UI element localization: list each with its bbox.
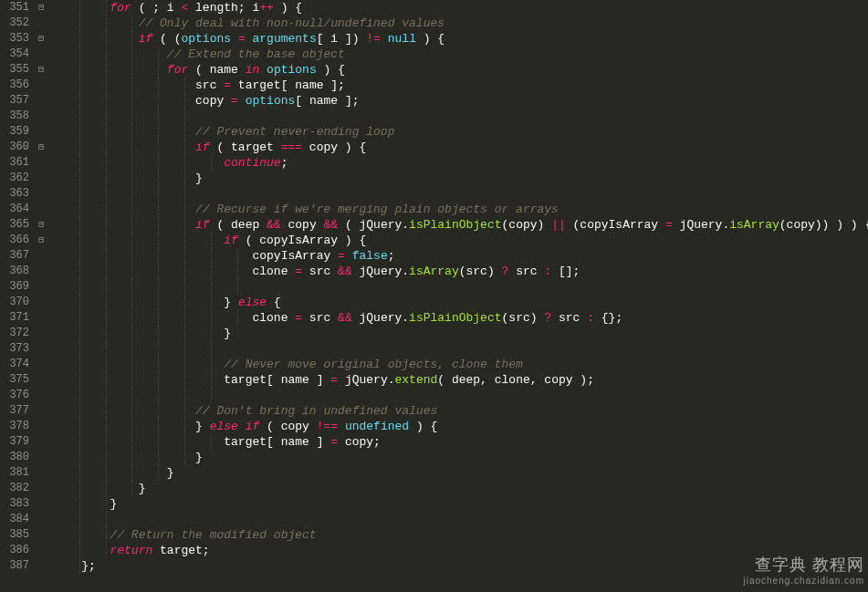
code-line[interactable]: }; xyxy=(53,558,868,574)
code-line[interactable]: src = target[ name ]; xyxy=(53,78,868,93)
indent-guide xyxy=(106,140,107,155)
code-line[interactable] xyxy=(53,109,868,124)
fold-gutter[interactable]: ⊟⊟⊟⊟⊟⊟ xyxy=(35,0,47,592)
line-number[interactable]: 375 xyxy=(0,372,29,388)
code-token: // Return the modified object xyxy=(110,528,316,542)
indent-guide xyxy=(106,512,107,527)
line-number[interactable]: 353 xyxy=(0,31,29,47)
line-number[interactable]: 376 xyxy=(0,388,29,403)
line-number[interactable]: 372 xyxy=(0,326,29,341)
line-number[interactable]: 359 xyxy=(0,124,29,140)
line-number[interactable]: 378 xyxy=(0,419,29,434)
code-line[interactable]: // Extend the base object xyxy=(53,47,868,62)
line-number[interactable]: 369 xyxy=(0,279,29,295)
line-number[interactable]: 377 xyxy=(0,403,29,419)
indent-guide xyxy=(131,341,132,357)
line-number[interactable]: 358 xyxy=(0,109,29,124)
line-number[interactable]: 361 xyxy=(0,155,29,171)
code-line[interactable]: clone = src && jQuery.isArray(src) ? src… xyxy=(53,264,868,279)
code-line[interactable]: // Prevent never-ending loop xyxy=(53,124,868,140)
code-line[interactable]: } xyxy=(53,496,868,512)
code-line[interactable]: if ( target === copy ) { xyxy=(53,140,868,155)
code-line[interactable]: } xyxy=(53,171,868,186)
indent-guide xyxy=(106,202,107,217)
line-number[interactable]: 368 xyxy=(0,264,29,279)
code-line[interactable]: } xyxy=(53,465,868,481)
line-number[interactable]: 383 xyxy=(0,496,29,512)
code-line[interactable] xyxy=(53,388,868,403)
code-line[interactable]: } xyxy=(53,450,868,465)
fold-toggle-icon[interactable]: ⊟ xyxy=(35,233,47,248)
code-line[interactable]: for ( ; i < length; i++ ) { xyxy=(53,0,868,16)
code-line[interactable]: if ( deep && copy && ( jQuery.isPlainObj… xyxy=(53,217,868,233)
line-number[interactable]: 373 xyxy=(0,341,29,357)
line-number[interactable]: 360 xyxy=(0,140,29,155)
fold-toggle-icon[interactable]: ⊟ xyxy=(35,31,47,47)
code-line[interactable]: // Never move original objects, clone th… xyxy=(53,357,868,372)
line-number[interactable]: 381 xyxy=(0,465,29,481)
line-number[interactable]: 380 xyxy=(0,450,29,465)
code-line[interactable]: // Return the modified object xyxy=(53,527,868,543)
code-line[interactable]: target[ name ] = copy; xyxy=(53,434,868,450)
line-number[interactable]: 370 xyxy=(0,295,29,310)
line-number[interactable]: 363 xyxy=(0,186,29,202)
indent-guide xyxy=(158,171,159,186)
indent-guide xyxy=(184,279,185,295)
line-number[interactable]: 387 xyxy=(0,558,29,574)
code-line[interactable]: } xyxy=(53,326,868,341)
line-number[interactable]: 364 xyxy=(0,202,29,217)
line-number[interactable]: 379 xyxy=(0,434,29,450)
code-line[interactable]: return target; xyxy=(53,543,868,558)
code-token: ( deep, clone, copy ); xyxy=(437,373,594,387)
code-line[interactable]: // Recurse if we're merging plain object… xyxy=(53,202,868,217)
line-number[interactable]: 365 xyxy=(0,217,29,233)
code-line[interactable]: for ( name in options ) { xyxy=(53,62,868,78)
code-line[interactable]: // Only deal with non-null/undefined val… xyxy=(53,16,868,31)
code-token: {}; xyxy=(594,311,622,325)
line-number[interactable]: 355 xyxy=(0,62,29,78)
code-line[interactable] xyxy=(53,279,868,295)
code-token: ) { xyxy=(317,63,345,77)
code-line[interactable]: continue; xyxy=(53,155,868,171)
line-number[interactable]: 385 xyxy=(0,527,29,543)
line-number[interactable]: 357 xyxy=(0,93,29,109)
line-number[interactable]: 354 xyxy=(0,47,29,62)
code-area[interactable]: for ( ; i < length; i++ ) { // Only deal… xyxy=(47,0,868,592)
code-line[interactable] xyxy=(53,186,868,202)
code-line[interactable]: // Don't bring in undefined values xyxy=(53,403,868,419)
code-line[interactable] xyxy=(53,341,868,357)
line-number[interactable]: 382 xyxy=(0,481,29,496)
code-line[interactable]: clone = src && jQuery.isPlainObject(src)… xyxy=(53,310,868,326)
code-token: // Only deal with non-null/undefined val… xyxy=(139,16,444,30)
code-editor[interactable]: 3513523533543553563573583593603613623633… xyxy=(0,0,868,592)
line-number[interactable]: 384 xyxy=(0,512,29,527)
code-line[interactable]: if ( copyIsArray ) { xyxy=(53,233,868,248)
line-number[interactable]: 352 xyxy=(0,16,29,31)
fold-toggle-icon[interactable]: ⊟ xyxy=(35,217,47,233)
fold-toggle-icon[interactable]: ⊟ xyxy=(35,140,47,155)
line-number[interactable]: 367 xyxy=(0,248,29,264)
line-number[interactable]: 371 xyxy=(0,310,29,326)
line-number[interactable]: 374 xyxy=(0,357,29,372)
line-number[interactable]: 351 xyxy=(0,0,29,16)
line-number[interactable]: 386 xyxy=(0,543,29,558)
line-number[interactable]: 366 xyxy=(0,233,29,248)
code-line[interactable]: if ( (options = arguments[ i ]) != null … xyxy=(53,31,868,47)
code-line[interactable]: } xyxy=(53,481,868,496)
indent-whitespace xyxy=(53,559,81,573)
line-number[interactable]: 356 xyxy=(0,78,29,93)
code-line[interactable]: copyIsArray = false; xyxy=(53,248,868,264)
code-line[interactable] xyxy=(53,512,868,527)
fold-toggle-icon[interactable]: ⊟ xyxy=(35,62,47,78)
code-line[interactable]: } else { xyxy=(53,295,868,310)
code-token xyxy=(381,32,388,46)
code-line[interactable]: } else if ( copy !== undefined ) { xyxy=(53,419,868,434)
line-number[interactable]: 362 xyxy=(0,171,29,186)
code-line[interactable]: target[ name ] = jQuery.extend( deep, cl… xyxy=(53,372,868,388)
code-line[interactable]: copy = options[ name ]; xyxy=(53,93,868,109)
fold-toggle-icon[interactable]: ⊟ xyxy=(35,0,47,16)
indent-guide xyxy=(131,310,132,326)
code-token: ; xyxy=(281,156,288,170)
indent-guide xyxy=(237,310,238,326)
line-number-gutter[interactable]: 3513523533543553563573583593603613623633… xyxy=(0,0,35,592)
